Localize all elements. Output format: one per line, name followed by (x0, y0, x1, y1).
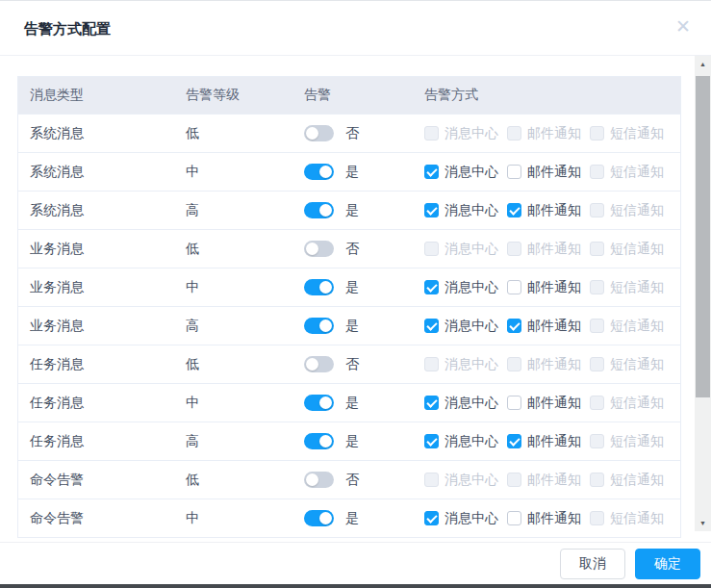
dialog-header: 告警方式配置 ✕ (0, 1, 711, 56)
method-checkbox-email[interactable]: 邮件通知 (507, 395, 581, 412)
alert-level-label: 中 (186, 395, 199, 412)
alert-toggle[interactable] (304, 433, 334, 449)
method-checkbox-email[interactable]: 邮件通知 (507, 164, 581, 181)
method-checkbox-message-center[interactable]: 消息中心 (424, 433, 498, 450)
table-row: 任务消息 高 是 消息中心 邮件通知 短信通知 (18, 422, 680, 460)
alert-toggle[interactable] (304, 472, 334, 488)
alert-toggle[interactable] (304, 241, 334, 257)
alert-toggle-state-label: 是 (345, 510, 359, 527)
method-checkbox-message-center[interactable]: 消息中心 (424, 395, 498, 412)
table-row: 系统消息 低 否 消息中心 邮件通知 短信通知 (18, 114, 680, 152)
dialog-body: 消息类型 告警等级 告警 告警方式 系统消息 低 否 消息中心 邮件通知 短信通… (0, 56, 711, 542)
method-checkbox-email[interactable]: 邮件通知 (507, 202, 581, 219)
alert-level-label: 低 (186, 125, 199, 142)
checkbox-icon (507, 203, 521, 217)
method-checkbox-sms: 短信通知 (590, 241, 664, 258)
alert-toggle[interactable] (304, 356, 334, 372)
alert-methods-cell: 消息中心 邮件通知 短信通知 (421, 241, 680, 258)
checkbox-icon (424, 126, 439, 141)
alert-toggle[interactable] (304, 510, 334, 526)
message-type-label: 系统消息 (30, 164, 84, 181)
method-checkbox-email[interactable]: 邮件通知 (507, 433, 581, 450)
checkbox-icon (590, 511, 604, 525)
table-row: 业务消息 低 否 消息中心 邮件通知 短信通知 (18, 229, 680, 268)
close-icon[interactable]: ✕ (675, 17, 691, 36)
checkbox-icon (590, 242, 604, 256)
checkbox-icon (590, 357, 604, 371)
method-checkbox-message-center[interactable]: 消息中心 (424, 279, 498, 296)
alert-methods-cell: 消息中心 邮件通知 短信通知 (421, 125, 680, 142)
header-alert: 告警 (304, 87, 421, 104)
alert-toggle-state-label: 否 (345, 472, 359, 489)
alert-level-label: 中 (186, 279, 199, 296)
header-alert-level: 告警等级 (186, 87, 304, 104)
toggle-knob-icon (319, 204, 332, 217)
checkbox-icon (590, 396, 604, 410)
alert-toggle[interactable] (304, 279, 334, 295)
cancel-button[interactable]: 取消 (560, 549, 625, 579)
method-checkbox-sms: 短信通知 (590, 472, 664, 489)
checkbox-icon (424, 357, 439, 371)
alert-config-table: 消息类型 告警等级 告警 告警方式 系统消息 低 否 消息中心 邮件通知 短信通… (17, 76, 681, 538)
alert-toggle[interactable] (304, 125, 334, 141)
confirm-button[interactable]: 确定 (635, 549, 700, 579)
table-body: 系统消息 低 否 消息中心 邮件通知 短信通知 系统消息 中 是 消息中心 邮件… (18, 114, 680, 537)
table-row: 系统消息 高 是 消息中心 邮件通知 短信通知 (18, 191, 680, 229)
checkbox-icon (590, 280, 604, 294)
method-checkbox-sms: 短信通知 (590, 318, 664, 335)
method-checkbox-email[interactable]: 邮件通知 (507, 318, 581, 335)
alert-level-label: 低 (186, 472, 199, 489)
method-checkbox-message-center[interactable]: 消息中心 (424, 510, 498, 527)
alert-methods-cell: 消息中心 邮件通知 短信通知 (421, 164, 680, 181)
method-checkbox-message-center: 消息中心 (424, 125, 498, 142)
alert-level-label: 中 (186, 164, 199, 181)
message-type-label: 系统消息 (30, 202, 84, 219)
message-type-label: 任务消息 (30, 356, 84, 373)
dialog-title: 告警方式配置 (24, 20, 111, 38)
message-type-label: 命令告警 (30, 472, 84, 489)
method-checkbox-message-center: 消息中心 (424, 356, 498, 373)
scrollbar-down-arrow-icon[interactable]: ▼ (695, 515, 711, 531)
method-checkbox-email: 邮件通知 (507, 472, 581, 489)
checkbox-icon (424, 165, 439, 179)
checkbox-icon (424, 511, 439, 525)
method-checkbox-email[interactable]: 邮件通知 (507, 510, 581, 527)
method-checkbox-email: 邮件通知 (507, 241, 581, 258)
scrollbar-up-arrow-icon[interactable]: ▲ (695, 56, 711, 72)
alert-level-label: 高 (186, 318, 199, 335)
method-checkbox-email[interactable]: 邮件通知 (507, 279, 581, 296)
message-type-label: 系统消息 (30, 125, 84, 142)
method-checkbox-message-center[interactable]: 消息中心 (424, 318, 498, 335)
method-checkbox-message-center[interactable]: 消息中心 (424, 202, 498, 219)
alert-toggle[interactable] (304, 318, 334, 334)
dialog-footer: 取消 确定 (0, 542, 711, 585)
method-checkbox-message-center: 消息中心 (424, 472, 498, 489)
checkbox-icon (590, 473, 604, 487)
table-row: 业务消息 高 是 消息中心 邮件通知 短信通知 (18, 306, 680, 345)
alert-config-dialog: 告警方式配置 ✕ 消息类型 告警等级 告警 告警方式 系统消息 低 否 消息中心… (0, 0, 711, 588)
method-checkbox-sms: 短信通知 (590, 164, 664, 181)
alert-toggle-state-label: 是 (345, 202, 359, 219)
checkbox-icon (590, 319, 604, 333)
method-checkbox-sms: 短信通知 (590, 510, 664, 527)
checkbox-icon (507, 434, 521, 448)
table-row: 任务消息 中 是 消息中心 邮件通知 短信通知 (18, 383, 680, 422)
window-bottom-edge (0, 584, 711, 588)
checkbox-icon (424, 242, 439, 256)
alert-toggle[interactable] (304, 164, 334, 180)
alert-methods-cell: 消息中心 邮件通知 短信通知 (421, 356, 680, 373)
alert-level-label: 低 (186, 241, 199, 258)
scrollbar[interactable]: ▲ ▼ (695, 56, 711, 531)
alert-toggle-state-label: 是 (345, 164, 359, 181)
checkbox-icon (590, 165, 604, 179)
alert-toggle[interactable] (304, 202, 334, 218)
alert-toggle[interactable] (304, 395, 334, 411)
method-checkbox-message-center[interactable]: 消息中心 (424, 164, 498, 181)
method-checkbox-email: 邮件通知 (507, 125, 581, 142)
alert-toggle-state-label: 否 (345, 356, 359, 373)
method-checkbox-email: 邮件通知 (507, 356, 581, 373)
toggle-knob-icon (319, 435, 332, 447)
alert-methods-cell: 消息中心 邮件通知 短信通知 (421, 279, 680, 296)
checkbox-icon (424, 473, 439, 487)
scrollbar-thumb[interactable] (696, 76, 710, 397)
